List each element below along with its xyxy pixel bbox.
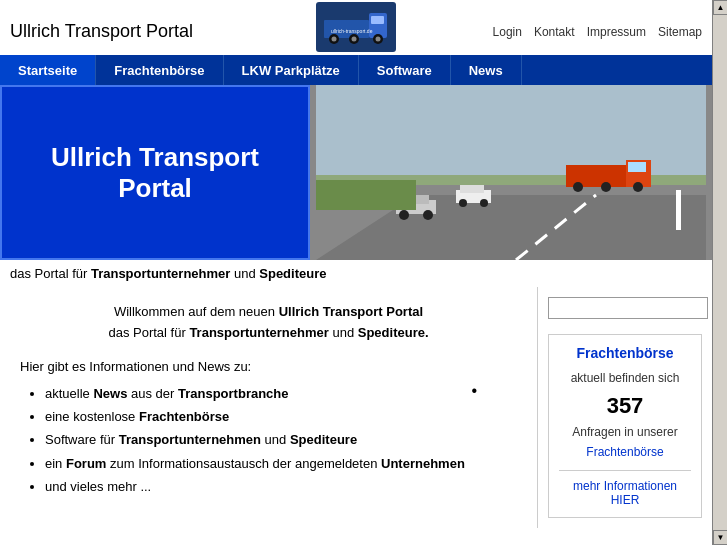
svg-point-9 <box>375 36 380 41</box>
list-item: eine kostenlose Frachtenbörse <box>45 405 517 428</box>
list-item: Software für Transportunternehmen und Sp… <box>45 428 517 451</box>
bullet-pre-1: eine kostenlose <box>45 409 139 424</box>
site-title: Ullrich Transport Portal <box>10 21 193 42</box>
sidebar-right: Suchen Frachtenbörse aktuell befinden si… <box>537 287 712 528</box>
bullet-post-3: zum Informationsaustausch der angemeldet… <box>106 456 381 471</box>
welcome-text: Willkommen auf dem neuen Ullrich Transpo… <box>20 302 517 344</box>
bullet-list: aktuelle News aus der Transportbranche e… <box>20 382 517 499</box>
frachtenborse-text: aktuell befinden sich 357 Anfragen in un… <box>559 369 691 462</box>
bullet-bold-1: Frachtenbörse <box>139 409 229 424</box>
header-links: Login Kontakt Impressum Sitemap <box>493 25 702 39</box>
search-box: Suchen <box>548 297 702 319</box>
svg-point-21 <box>633 182 643 192</box>
bullet-pre-2: Software für <box>45 432 119 447</box>
svg-rect-18 <box>628 162 646 172</box>
kontakt-link[interactable]: Kontakt <box>534 25 575 39</box>
bullet-bold-0: News <box>93 386 127 401</box>
frachtenborse-link[interactable]: Frachtenbörse <box>586 445 663 459</box>
bullet-pre-4: und vieles mehr ... <box>45 479 151 494</box>
nav-bar: Startseite Frachtenbörse LKW Parkplätze … <box>0 55 712 85</box>
bullet-post-0: aus der <box>127 386 178 401</box>
nav-item-lkw-parkplatze[interactable]: LKW Parkplätze <box>224 55 359 85</box>
nav-item-startseite[interactable]: Startseite <box>0 55 96 85</box>
list-item: aktuelle News aus der Transportbranche <box>45 382 517 405</box>
frachtenborse-pre: aktuell befinden sich <box>571 371 680 385</box>
svg-text:ullrich-transport.de: ullrich-transport.de <box>331 28 373 34</box>
bullet-pre-0: aktuelle <box>45 386 93 401</box>
nav-item-software[interactable]: Software <box>359 55 451 85</box>
svg-rect-30 <box>316 180 416 210</box>
scroll-track[interactable] <box>713 15 727 530</box>
welcome-line2-bold1: Transportunternehmer <box>189 325 328 340</box>
welcome-line2-bold2: Spediteure. <box>358 325 429 340</box>
svg-point-24 <box>399 210 409 220</box>
bullet-bold2-0: Transportbranche <box>178 386 289 401</box>
list-item: ein Forum zum Informationsaustausch der … <box>45 452 517 475</box>
content-left: Willkommen auf dem neuen Ullrich Transpo… <box>0 287 537 528</box>
nav-item-news[interactable]: News <box>451 55 522 85</box>
bullet-bold-2: Transportunternehmen <box>119 432 261 447</box>
svg-point-7 <box>351 36 356 41</box>
hero-title: Ullrich Transport Portal <box>22 142 288 204</box>
svg-rect-3 <box>371 16 384 24</box>
divider <box>559 470 691 471</box>
login-link[interactable]: Login <box>493 25 522 39</box>
svg-rect-31 <box>676 190 681 230</box>
hero-subtitle-bold2: Spediteure <box>259 266 326 281</box>
hero-subtitle: das Portal für Transportunternehmer und … <box>0 260 712 287</box>
main-content: Willkommen auf dem neuen Ullrich Transpo… <box>0 287 712 528</box>
nav-item-frachtenborse[interactable]: Frachtenbörse <box>96 55 223 85</box>
welcome-line2-pre: das Portal für <box>108 325 189 340</box>
hero-subtitle-and: und <box>230 266 259 281</box>
scrollbar-right[interactable]: ▲ ▼ <box>712 0 727 545</box>
bullet-bold2-2: Spediteure <box>290 432 357 447</box>
bullets-container: aktuelle News aus der Transportbranche e… <box>20 382 517 499</box>
header: Ullrich Transport Portal <box>0 0 712 55</box>
impressum-link[interactable]: Impressum <box>587 25 646 39</box>
svg-point-28 <box>459 199 467 207</box>
extra-bullet-point: • <box>471 382 477 400</box>
bullet-bold2-3: Unternehmen <box>381 456 465 471</box>
info-heading: Hier gibt es Informationen und News zu: <box>20 359 517 374</box>
search-input[interactable] <box>548 297 708 319</box>
svg-point-29 <box>480 199 488 207</box>
svg-point-5 <box>331 36 336 41</box>
hero-subtitle-bold1: Transportunternehmer <box>91 266 230 281</box>
logo-container: ullrich-transport.de <box>316 2 396 52</box>
bullet-pre-3: ein <box>45 456 66 471</box>
hero-left: Ullrich Transport Portal <box>0 85 310 260</box>
bullet-post-2: und <box>261 432 290 447</box>
frachtenborse-count: 357 <box>607 393 644 418</box>
scroll-up-btn[interactable]: ▲ <box>713 0 727 15</box>
hero-right <box>310 85 712 260</box>
svg-point-25 <box>423 210 433 220</box>
frachtenborse-more-link[interactable]: mehr Informationen HIER <box>559 479 691 507</box>
frachtenborse-box: Frachtenbörse aktuell befinden sich 357 … <box>548 334 702 518</box>
frachtenborse-title: Frachtenbörse <box>559 345 691 361</box>
info-section: Hier gibt es Informationen und News zu: … <box>20 359 517 499</box>
list-item: und vieles mehr ... <box>45 475 517 498</box>
scroll-down-btn[interactable]: ▼ <box>713 530 727 545</box>
svg-point-19 <box>573 182 583 192</box>
welcome-line2-and: und <box>329 325 358 340</box>
frachtenborse-post: Anfragen in unserer <box>572 425 677 439</box>
sitemap-link[interactable]: Sitemap <box>658 25 702 39</box>
welcome-line1-bold: Ullrich Transport Portal <box>279 304 423 319</box>
welcome-line1-pre: Willkommen auf dem neuen <box>114 304 279 319</box>
truck-logo: ullrich-transport.de <box>316 2 396 52</box>
svg-point-20 <box>601 182 611 192</box>
svg-rect-27 <box>460 185 484 193</box>
hero-subtitle-pre: das Portal für <box>10 266 91 281</box>
hero-banner: Ullrich Transport Portal <box>0 85 712 260</box>
bullet-bold-3: Forum <box>66 456 106 471</box>
